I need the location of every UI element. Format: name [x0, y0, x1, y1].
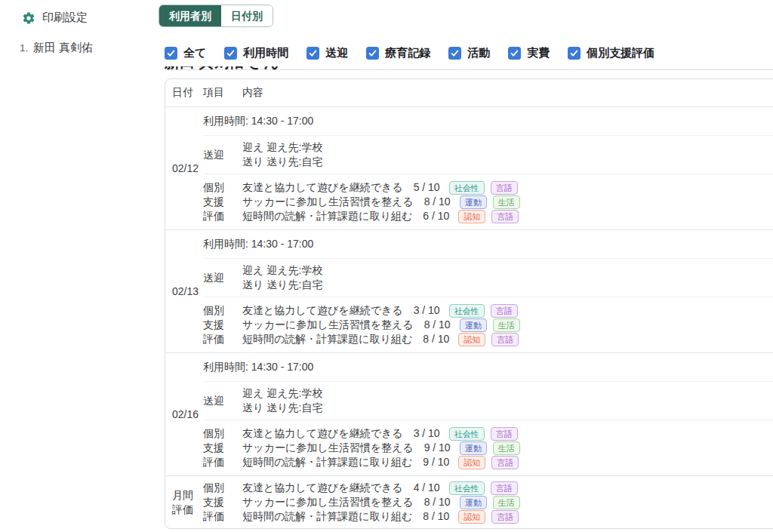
transport-content: 迎え 迎え先:学校送り 送り先:自宅 — [242, 140, 773, 169]
evaluation-text: サッカーに参加し生活習慣を整える — [242, 441, 414, 455]
transport-line: 送り 送り先:自宅 — [242, 155, 773, 169]
category-tag: 認知 — [458, 210, 485, 223]
table-header-row: 日付 項目 内容 — [165, 79, 773, 107]
table-group: 02/12利用時間: 14:30 - 17:00送迎迎え 迎え先:学校送り 送り… — [165, 107, 773, 229]
toolbar: 利用者別日付別 全て利用時間送迎療育記録活動実費個別支援評価 — [159, 0, 773, 66]
evaluation-line: サッカーに参加し生活習慣を整える8 / 10運動生活 — [242, 318, 773, 332]
category-tag: 言語 — [491, 481, 518, 495]
col-header-date: 日付 — [165, 86, 203, 100]
filter-label: 療育記録 — [385, 46, 430, 60]
category-tag: 言語 — [491, 333, 519, 346]
item-label-line: 評価 — [203, 209, 242, 223]
score-value: 9 / 10 — [423, 455, 449, 469]
transport-line: 迎え 迎え先:学校 — [242, 386, 773, 401]
category-tag: 言語 — [491, 510, 519, 524]
score-value: 3 / 10 — [414, 303, 440, 318]
item-label: 送迎 — [203, 140, 242, 169]
item-label: 送迎 — [203, 263, 242, 292]
app-root: 印刷設定 1.新田 真剣佑 利用者別日付別 全て利用時間送迎療育記録活動実費個別… — [0, 0, 773, 532]
item-label: 送迎 — [203, 386, 242, 415]
filter-individual-support-evaluation[interactable]: 個別支援評価 — [568, 46, 654, 60]
heading-zone: 新田 真剣佑 さん — [159, 66, 773, 78]
item-label-line: 個別 — [203, 481, 242, 495]
evaluation-line: 友達と協力して遊びを継続できる3 / 10社会性言語 — [242, 303, 773, 318]
subrow-transport: 送迎迎え 迎え先:学校送り 送り先:自宅 — [203, 381, 773, 420]
user-list-item[interactable]: 1.新田 真剣佑 — [0, 41, 159, 55]
evaluation-line: 短時間の読解・計算課題に取り組む6 / 10認知言語 — [242, 209, 773, 223]
filter-usage-time[interactable]: 利用時間 — [224, 46, 288, 60]
filter-all[interactable]: 全て — [165, 46, 206, 60]
checkbox-checked-icon — [224, 47, 237, 60]
score-value: 9 / 10 — [424, 441, 451, 455]
checkbox-checked-icon — [448, 47, 461, 60]
category-tag: 言語 — [491, 456, 519, 469]
item-label-line: 支援 — [203, 495, 242, 509]
subrows: 利用時間: 14:30 - 17:00送迎迎え 迎え先:学校送り 送り先:自宅個… — [203, 107, 773, 229]
category-tag: 認知 — [458, 510, 485, 524]
filter-label: 実費 — [527, 46, 550, 60]
subrow-evaluation: 個別支援評価友達と協力して遊びを継続できる3 / 10社会性言語サッカーに参加し… — [203, 297, 773, 352]
category-tag: 言語 — [491, 427, 518, 441]
col-header-item: 項目 — [203, 86, 242, 100]
subrow-evaluation: 個別支援評価友達と協力して遊びを継続できる5 / 10社会性言語サッカーに参加し… — [203, 174, 773, 229]
category-tag: 認知 — [458, 333, 485, 346]
filter-transport[interactable]: 送迎 — [306, 46, 348, 60]
col-header-content: 内容 — [242, 86, 773, 100]
evaluation-text: 短時間の読解・計算課題に取り組む — [242, 332, 412, 346]
subrows: 利用時間: 14:30 - 17:00送迎迎え 迎え先:学校送り 送り先:自宅個… — [203, 230, 773, 352]
subrow-transport: 送迎迎え 迎え先:学校送り 送り先:自宅 — [203, 135, 773, 174]
item-label-line: 個別 — [203, 303, 242, 318]
evaluation-line: 友達と協力して遊びを継続できる5 / 10社会性言語 — [242, 180, 773, 195]
date-text: 02/16 — [172, 407, 203, 422]
item-label: 個別支援評価 — [203, 180, 242, 223]
view-tab-by-user[interactable]: 利用者別 — [159, 5, 221, 26]
category-tag: 生活 — [493, 496, 520, 509]
evaluation-text: 短時間の読解・計算課題に取り組む — [242, 455, 412, 469]
score-value: 5 / 10 — [414, 180, 440, 195]
evaluation-line: 短時間の読解・計算課題に取り組む9 / 10認知言語 — [242, 455, 773, 469]
subrow-evaluation: 個別支援評価友達と協力して遊びを継続できる3 / 10社会性言語サッカーに参加し… — [203, 420, 773, 475]
category-tag: 運動 — [460, 318, 487, 332]
category-tag: 社会性 — [449, 427, 485, 441]
usage-time-text: 利用時間: 14:30 - 17:00 — [203, 360, 313, 374]
evaluation-content: 友達と協力して遊びを継続できる3 / 10社会性言語サッカーに参加し生活習慣を整… — [242, 303, 773, 346]
print-settings-header: 印刷設定 — [0, 11, 159, 25]
record-heading: 新田 真剣佑 さん — [165, 66, 279, 72]
category-tag: 認知 — [458, 456, 485, 469]
item-label-line: 支援 — [203, 195, 242, 209]
score-value: 8 / 10 — [423, 332, 449, 346]
evaluation-text: 短時間の読解・計算課題に取り組む — [242, 209, 412, 223]
evaluation-text: サッカーに参加し生活習慣を整える — [242, 495, 414, 509]
score-value: 8 / 10 — [424, 318, 451, 332]
filter-activity[interactable]: 活動 — [448, 46, 490, 60]
subrows: 利用時間: 14:30 - 17:00送迎迎え 迎え先:学校送り 送り先:自宅個… — [203, 353, 773, 475]
sidebar: 印刷設定 1.新田 真剣佑 — [0, 0, 159, 532]
score-value: 8 / 10 — [423, 509, 449, 524]
checkbox-checked-icon — [568, 47, 581, 60]
item-label-line: 支援 — [203, 318, 242, 332]
checkbox-checked-icon — [165, 47, 177, 60]
category-tag: 運動 — [460, 441, 487, 455]
evaluation-text: サッカーに参加し生活習慣を整える — [242, 318, 414, 332]
filter-care-record[interactable]: 療育記録 — [366, 46, 430, 60]
subrows: 個別支援評価友達と協力して遊びを継続できる4 / 10社会性言語サッカーに参加し… — [203, 476, 773, 528]
category-tag: 生活 — [493, 195, 520, 209]
table-body: 02/12利用時間: 14:30 - 17:00送迎迎え 迎え先:学校送り 送り… — [165, 107, 773, 528]
evaluation-text: 友達と協力して遊びを継続できる — [242, 180, 403, 195]
evaluation-content: 友達と協力して遊びを継続できる3 / 10社会性言語サッカーに参加し生活習慣を整… — [242, 426, 773, 469]
category-tag: 社会性 — [449, 481, 485, 495]
view-tab-by-date[interactable]: 日付別 — [221, 5, 273, 26]
print-settings-label: 印刷設定 — [42, 11, 88, 25]
transport-content: 迎え 迎え先:学校送り 送り先:自宅 — [242, 263, 773, 292]
subrow-usage-time: 利用時間: 14:30 - 17:00 — [203, 353, 773, 381]
evaluation-line: 友達と協力して遊びを継続できる4 / 10社会性言語 — [242, 481, 773, 495]
score-value: 8 / 10 — [424, 495, 451, 509]
category-tag: 社会性 — [449, 181, 485, 195]
item-label-line: 支援 — [203, 441, 242, 455]
transport-line: 迎え 迎え先:学校 — [242, 263, 773, 278]
evaluation-text: 友達と協力して遊びを継続できる — [242, 303, 403, 318]
filter-expenses[interactable]: 実費 — [508, 46, 550, 60]
transport-content: 迎え 迎え先:学校送り 送り先:自宅 — [242, 386, 773, 415]
evaluation-text: 友達と協力して遊びを継続できる — [242, 481, 403, 495]
table-group: 02/16利用時間: 14:30 - 17:00送迎迎え 迎え先:学校送り 送り… — [165, 352, 773, 475]
